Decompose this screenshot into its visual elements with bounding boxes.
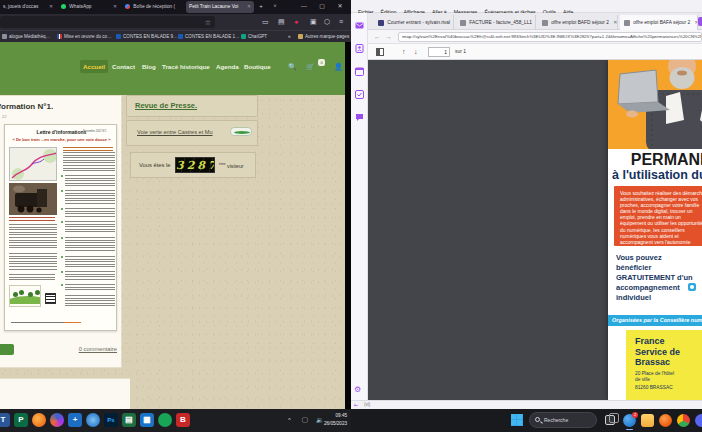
next-post-card bbox=[0, 378, 130, 409]
document-tab-icon bbox=[542, 20, 548, 26]
counter-prefix: Vous êtes le bbox=[139, 162, 171, 168]
maximize-button[interactable]: ▢ bbox=[314, 0, 330, 13]
cart-badge: 0 bbox=[318, 59, 325, 66]
bookmark-label: CONTES EN BALADE 9… bbox=[123, 34, 178, 39]
taskbar-app-icon[interactable]: + bbox=[68, 413, 82, 427]
taskbar-app-icon[interactable] bbox=[158, 413, 172, 427]
browser-tab-active[interactable]: Petit Train Lacaune Voi ✕ bbox=[186, 1, 254, 13]
browser-tab-whatsapp[interactable]: WhatsApp ✕ bbox=[58, 1, 120, 13]
address-line: de ville bbox=[635, 377, 702, 383]
pdf-sidebar-toggle-icon[interactable] bbox=[376, 48, 384, 56]
newsletter-image[interactable]: Lettre d'informations Novembre 2022 N°1 … bbox=[4, 124, 117, 331]
other-bookmarks-folder[interactable]: Autres marque-pages bbox=[298, 32, 349, 42]
next-page-icon[interactable]: ↓ bbox=[414, 46, 418, 58]
globe-icon[interactable] bbox=[86, 413, 100, 427]
address-line: 81260 BRASSAC bbox=[635, 385, 702, 391]
taskbar-app-icon[interactable]: T bbox=[0, 413, 10, 427]
press-thumbnail[interactable] bbox=[230, 127, 252, 136]
nav-agenda[interactable]: Agenda bbox=[216, 60, 239, 73]
bookmark-star-icon[interactable]: ☆ bbox=[205, 18, 211, 27]
tab-label: WhatsApp bbox=[69, 4, 91, 9]
nav-contact[interactable]: Contact bbox=[112, 60, 135, 73]
url-field[interactable]: imap://sylvain%2Erival%40brassac%2Efr@ss… bbox=[398, 32, 702, 42]
taskbar-app-icon[interactable] bbox=[50, 413, 64, 427]
settings-gear-icon[interactable]: ⚙ bbox=[354, 385, 361, 394]
intro-line: numérique. bbox=[620, 245, 702, 246]
taskbar-app-icon[interactable]: ▦ bbox=[140, 413, 154, 427]
nav-trace-historique[interactable]: Tracé historique bbox=[162, 60, 210, 73]
tray-display-icon[interactable]: 🖵 bbox=[302, 409, 308, 432]
nav-accueil[interactable]: Accueil bbox=[80, 60, 108, 73]
tab-list-button[interactable]: ˅ bbox=[270, 0, 280, 13]
read-more-button[interactable] bbox=[0, 344, 14, 355]
forward-icon[interactable]: → bbox=[385, 32, 392, 42]
collapse-spaces-icon[interactable]: ⇤ bbox=[354, 402, 358, 408]
nav-blog[interactable]: Blog bbox=[142, 60, 156, 73]
task-view-icon[interactable] bbox=[605, 415, 615, 425]
search-icon[interactable]: 🔍 bbox=[288, 61, 297, 72]
taskbar-clock[interactable]: 09:45 26/05/2023 bbox=[324, 412, 347, 428]
bookmark-item[interactable]: CONTES EN BALADE 9… bbox=[116, 32, 178, 42]
bookmark-item[interactable]: alogue Médiathèq… bbox=[2, 32, 50, 42]
tab-close-icon[interactable]: ✕ bbox=[49, 1, 53, 13]
bookmark-item[interactable]: CONTES EN BALADE 1… bbox=[178, 32, 240, 42]
start-button[interactable] bbox=[511, 414, 523, 426]
thunderbird-taskbar-icon[interactable]: 2 bbox=[623, 414, 636, 427]
browser-tab-inbox[interactable]: Boîte de réception ( ✕ bbox=[122, 1, 184, 13]
comments-link[interactable]: 0 commentaire bbox=[79, 346, 117, 352]
pdf-viewer[interactable]: PERMANENCES à l'utilisation du numérique… bbox=[368, 60, 702, 400]
thunderbird-menubar: FichierÉditionAffichageAller àMessagesÉv… bbox=[351, 0, 702, 13]
tab-close-icon[interactable]: ✕ bbox=[247, 1, 251, 13]
pocket-icon[interactable]: ● bbox=[294, 17, 298, 27]
library-icon[interactable]: ▤ bbox=[278, 17, 285, 27]
tray-chevron-icon[interactable]: ^ bbox=[288, 409, 291, 432]
mail-space-icon[interactable] bbox=[355, 21, 364, 30]
explorer-taskbar-icon[interactable] bbox=[641, 414, 654, 427]
discord-taskbar-icon[interactable] bbox=[695, 414, 702, 427]
taskbar-app-icon[interactable]: P bbox=[14, 413, 28, 427]
taskbar-search[interactable]: Recherche bbox=[529, 412, 597, 428]
tab-close-icon[interactable]: ✕ bbox=[613, 20, 617, 25]
new-tab-button[interactable]: + bbox=[256, 0, 266, 13]
previous-page-icon[interactable]: ↑ bbox=[402, 46, 406, 58]
tab-close-icon[interactable]: ✕ bbox=[113, 1, 117, 13]
tb-tab-bafd[interactable]: offre emploi BAFD séjour 2 ✕ bbox=[538, 15, 618, 30]
bookmarks-overflow-chevron[interactable]: » bbox=[288, 32, 291, 42]
tab-overflow-icon[interactable] bbox=[698, 17, 702, 26]
firefox-taskbar-icon[interactable] bbox=[659, 414, 672, 427]
taskbar-app-icon[interactable] bbox=[32, 413, 46, 427]
sidebar-icon[interactable]: ▣ bbox=[310, 17, 317, 27]
chrome-taskbar-icon[interactable] bbox=[677, 414, 690, 427]
text-lines bbox=[65, 237, 115, 253]
press-link[interactable]: Voie verte entre Castres et Mu bbox=[137, 129, 213, 135]
account-icon[interactable]: ▭ bbox=[262, 17, 269, 27]
tb-tab-facture[interactable]: FACTURE - facture_458_LL1 ✕ bbox=[456, 15, 536, 30]
back-icon[interactable]: ← bbox=[374, 32, 381, 42]
tray-volume-icon[interactable]: 🔉 bbox=[316, 409, 324, 432]
tb-tab-bafa[interactable]: offre emploi BAFA séjour 2 ✕ bbox=[620, 15, 698, 30]
statusbar: ⇤ (vi) bbox=[351, 400, 702, 409]
page-number-input[interactable]: 1 bbox=[428, 47, 450, 57]
taskbar-app-icon[interactable]: ▤ bbox=[122, 413, 136, 427]
addressbook-space-icon[interactable] bbox=[355, 44, 364, 53]
extension-icon[interactable]: ⬡ bbox=[324, 17, 330, 27]
nav-boutique[interactable]: Boutique bbox=[244, 60, 271, 73]
photoshop-icon[interactable]: Ps bbox=[104, 413, 118, 427]
tb-tab-inbox[interactable]: Courrier entrant - sylvain.rival bbox=[374, 15, 454, 30]
bookmark-item[interactable]: Mise en œuvre du co… bbox=[57, 32, 112, 42]
url-bar[interactable]: ☆ bbox=[0, 16, 215, 28]
tasks-space-icon[interactable] bbox=[355, 90, 364, 99]
press-heading[interactable]: Revue de Presse. bbox=[135, 101, 197, 110]
favicon-icon bbox=[116, 34, 121, 39]
calendar-space-icon[interactable] bbox=[355, 67, 364, 76]
browser-tab[interactable]: s, jouets d'occas ✕ bbox=[0, 1, 56, 13]
menu-icon[interactable]: ≡ bbox=[339, 17, 343, 27]
newsletter-meta: Novembre 2022 N°1 bbox=[83, 130, 107, 133]
minimize-button[interactable]: — bbox=[296, 0, 312, 13]
chat-space-icon[interactable] bbox=[355, 113, 364, 122]
close-button[interactable]: ✕ bbox=[332, 0, 348, 13]
user-icon[interactable]: 👤 bbox=[334, 61, 343, 72]
cart-icon[interactable]: 🛒 bbox=[306, 61, 315, 72]
bookmark-item-chatgpt[interactable]: ChatGPT bbox=[241, 32, 267, 42]
taskbar-app-icon[interactable]: B bbox=[176, 413, 190, 427]
